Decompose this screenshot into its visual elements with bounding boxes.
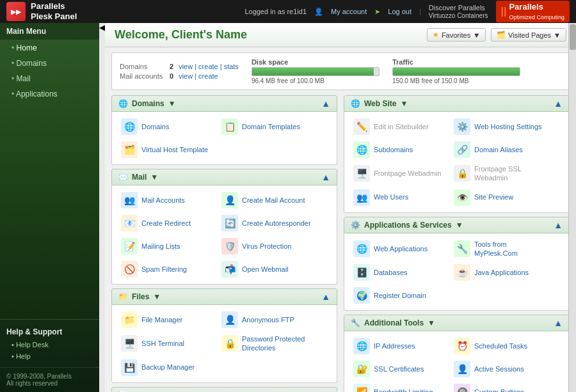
- website-section-header[interactable]: 🌐 Web Site ▼ ▲: [344, 95, 570, 112]
- page-title: Welcome, Client's Name: [115, 28, 247, 42]
- ssh-terminal-icon: 🖥️: [121, 335, 138, 352]
- logout-link[interactable]: Log out: [388, 8, 412, 15]
- separator: |: [419, 8, 421, 15]
- create-redirect-item[interactable]: 📧 Create Redirect: [117, 212, 216, 234]
- files-section-header[interactable]: 📁 Files ▼ ▲: [111, 288, 337, 305]
- chevron-down-icon: ▼: [473, 31, 480, 39]
- file-manager-item[interactable]: 📁 File Manager: [117, 309, 216, 331]
- disk-fill: [252, 68, 374, 75]
- ssl-certificates-icon: 🔐: [353, 361, 370, 377]
- edit-sitebuilder-item[interactable]: ✏️ Edit in Sitebuilder: [349, 116, 449, 137]
- traffic-progress: [392, 67, 520, 76]
- subdomains-item[interactable]: 🌐 Subdomains: [349, 139, 449, 161]
- site-preview-item[interactable]: 👁️ Site Preview: [450, 187, 549, 208]
- scheduled-tasks-item[interactable]: ⏰ Scheduled Tasks: [450, 335, 549, 357]
- tools-collapse[interactable]: ▲: [554, 318, 563, 328]
- bandwidth-limiting-item[interactable]: 📶 Bandwidth Limiting: [349, 381, 449, 392]
- domains-section-header[interactable]: 🌐 Domains ▼ ▲: [111, 95, 337, 112]
- apps-collapse[interactable]: ▲: [554, 220, 563, 230]
- domains-section-title: 🌐 Domains ▼: [118, 99, 176, 108]
- disk-stat: Disk space 96.4 MB free of 100.0 MB: [252, 58, 380, 84]
- files-collapse[interactable]: ▲: [321, 292, 330, 302]
- files-section-body: 📁 File Manager 👤 Anonymous FTP 🖥️ SSH T: [111, 305, 337, 383]
- sidebar-item-applications[interactable]: Applications: [0, 86, 99, 102]
- ip-addresses-icon: 🌐: [353, 338, 370, 354]
- apps-services-section: ⚙️ Applications & Services ▼ ▲ 🌐 Web App…: [344, 217, 570, 311]
- domains-item[interactable]: 🌐 Domains: [117, 116, 216, 137]
- java-applications-item[interactable]: ☕ Java Applications: [450, 262, 549, 283]
- sidebar-item-mail[interactable]: Mail: [0, 71, 99, 86]
- left-panel: 🌐 Domains ▼ ▲ 🌐 Domains: [111, 95, 337, 392]
- web-users-item[interactable]: 👥 Web Users: [349, 187, 449, 208]
- stats-collapse[interactable]: ▲: [321, 390, 330, 392]
- apps-services-header[interactable]: ⚙️ Applications & Services ▼ ▲: [344, 217, 570, 233]
- my-account-link[interactable]: My account: [331, 8, 367, 15]
- additional-tools-title: 🔧 Additional Tools ▼: [351, 318, 435, 327]
- sidebar: Main Menu Home Domains Mail Applications…: [0, 23, 99, 392]
- mail-icon: ✉️: [118, 173, 128, 182]
- mail-section-body: 👥 Mail Accounts 👤 Create Mail Account 📧: [111, 185, 337, 285]
- autoresponder-item[interactable]: 🔄 Create Autoresponder: [218, 212, 317, 234]
- sidebar-link-helpdesk[interactable]: Help Desk: [0, 339, 99, 350]
- frontpage-webadmin-item[interactable]: 🖥️ Frontpage Webadmin: [349, 162, 449, 185]
- additional-tools-section: 🔧 Additional Tools ▼ ▲ 🌐 IP Addresses: [344, 315, 570, 392]
- layout: Main Menu Home Domains Mail Applications…: [0, 23, 576, 392]
- open-webmail-icon: 📬: [221, 261, 238, 278]
- mail-links[interactable]: view | create: [179, 72, 218, 80]
- virus-protection-item[interactable]: 🛡️ Virus Protection: [218, 235, 317, 257]
- anonymous-ftp-item[interactable]: 👤 Anonymous FTP: [218, 309, 317, 331]
- sidebar-collapse-handle[interactable]: ◀: [99, 23, 105, 392]
- domains-links[interactable]: view | create | stats: [179, 63, 239, 70]
- virtual-host-item[interactable]: 🗂️ Virtual Host Template: [117, 139, 216, 161]
- domain-aliases-item[interactable]: 🔗 Domain Aliases: [450, 139, 549, 161]
- tools-myplesk-item[interactable]: 🔧 Tools from MyPlesk.Com: [450, 237, 549, 261]
- help-section: Help & Support Help Desk Help: [0, 319, 99, 367]
- domains-icon: 🌐: [121, 118, 138, 135]
- scrollbar[interactable]: [568, 23, 576, 392]
- logged-in-label: Logged in as re1id1: [244, 8, 307, 15]
- domain-templates-item[interactable]: 📋 Domain Templates: [218, 116, 317, 137]
- ip-addresses-item[interactable]: 🌐 IP Addresses: [349, 335, 449, 357]
- databases-item[interactable]: 🗄️ Databases: [349, 262, 449, 283]
- favorites-button[interactable]: ★ Favorites ▼: [427, 28, 486, 42]
- apps-grid: 🌐 Web Applications 🔧 Tools from MyPlesk.…: [349, 237, 564, 307]
- ssl-certificates-item[interactable]: 🔐 SSL Certificates: [349, 358, 449, 380]
- mailing-lists-item[interactable]: 📝 Mailing Lists: [117, 235, 216, 257]
- custom-buttons-item[interactable]: 🔘 Custom Buttons: [450, 381, 549, 392]
- site-preview-icon: 👁️: [454, 189, 470, 206]
- logo: ▶▶ Parallels Plesk Panel: [6, 1, 77, 21]
- active-sessions-item[interactable]: 👤 Active Sessions: [450, 358, 549, 380]
- website-collapse[interactable]: ▲: [554, 98, 563, 109]
- create-mail-account-item[interactable]: 👤 Create Mail Account: [218, 189, 317, 211]
- password-protected-item[interactable]: 🔒 Password Protected Directories: [218, 332, 317, 356]
- sidebar-item-domains[interactable]: Domains: [0, 56, 99, 71]
- register-domain-item[interactable]: 🌍 Register Domain: [349, 285, 449, 306]
- spam-filtering-item[interactable]: 🚫 Spam Filtering: [117, 258, 216, 280]
- mail-section-header[interactable]: ✉️ Mail ▼ ▲: [111, 169, 337, 185]
- tools-myplesk-icon: 🔧: [454, 240, 470, 257]
- bandwidth-icon: 📶: [353, 384, 370, 392]
- web-users-icon: 👥: [353, 189, 370, 206]
- user-icon: 👤: [314, 8, 323, 16]
- additional-tools-header[interactable]: 🔧 Additional Tools ▼ ▲: [344, 315, 570, 331]
- welcome-bar: Welcome, Client's Name ★ Favorites ▼ 🗂️ …: [105, 23, 576, 47]
- statistics-section-header[interactable]: 📊 Statistics ▼ ▲: [111, 387, 337, 392]
- scrollbar-thumb[interactable]: [570, 24, 576, 50]
- web-applications-item[interactable]: 🌐 Web Applications: [349, 237, 449, 261]
- ssh-terminal-item[interactable]: 🖥️ SSH Terminal: [117, 332, 216, 356]
- website-section: 🌐 Web Site ▼ ▲ ✏️ Edit in Sitebuilder: [344, 95, 570, 213]
- backup-manager-item[interactable]: 💾 Backup Manager: [117, 357, 216, 379]
- frontpage-ssl-item[interactable]: 🔒 Frontpage SSL Webadmin: [450, 162, 549, 185]
- right-panel: 🌐 Web Site ▼ ▲ ✏️ Edit in Sitebuilder: [344, 95, 570, 392]
- sidebar-link-help[interactable]: Help: [0, 350, 99, 362]
- mail-accounts-item[interactable]: 👥 Mail Accounts: [117, 189, 216, 211]
- visited-pages-button[interactable]: 🗂️ Visited Pages ▼: [491, 28, 566, 42]
- open-webmail-item[interactable]: 📬 Open Webmail: [218, 258, 317, 280]
- domains-collapse[interactable]: ▲: [321, 98, 330, 109]
- mail-collapse[interactable]: ▲: [321, 172, 330, 182]
- web-hosting-settings-item[interactable]: ⚙️ Web Hosting Settings: [450, 116, 549, 137]
- two-panel: 🌐 Domains ▼ ▲ 🌐 Domains: [111, 95, 570, 392]
- sidebar-item-home[interactable]: Home: [0, 40, 99, 56]
- active-sessions-icon: 👤: [454, 361, 470, 377]
- sidebar-footer: © 1999-2008, ParallelsAll rights reserve…: [0, 367, 99, 392]
